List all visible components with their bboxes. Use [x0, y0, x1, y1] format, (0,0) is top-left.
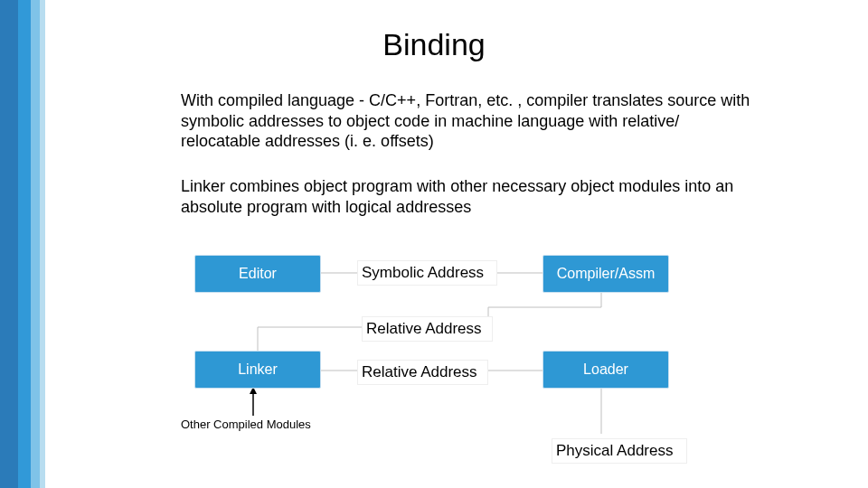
linker-box: Linker: [194, 351, 321, 389]
physical-address-label: Physical Address: [552, 438, 687, 464]
symbolic-address-label: Symbolic Address: [357, 260, 497, 286]
slide-title: Binding: [0, 27, 868, 62]
paragraph-1: With compiled language - C/C++, Fortran,…: [181, 90, 750, 152]
relative-address-label-1: Relative Address: [362, 316, 493, 342]
compiler-box: Compiler/Assm: [542, 255, 669, 293]
relative-address-label-2: Relative Address: [357, 360, 488, 385]
editor-box: Editor: [194, 255, 321, 293]
paragraph-2: Linker combines object program with othe…: [181, 176, 750, 217]
flow-connectors: [0, 0, 868, 488]
other-modules-label: Other Compiled Modules: [181, 418, 311, 431]
accent-sidebar: [0, 0, 50, 488]
loader-box: Loader: [542, 351, 669, 389]
